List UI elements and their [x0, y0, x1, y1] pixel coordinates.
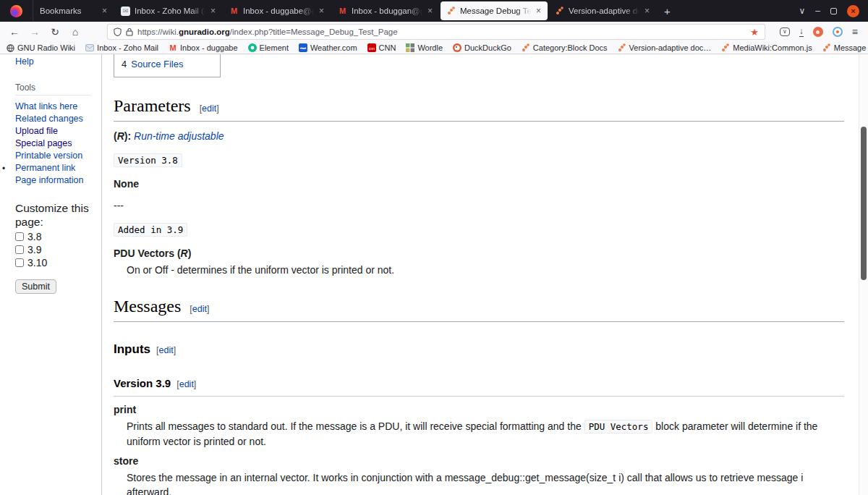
- gnuradio-icon: [822, 43, 831, 52]
- heading-text: Version 3.9: [114, 377, 171, 389]
- tab-bookmarks[interactable]: Bookmarks ×: [34, 1, 114, 20]
- edit-link[interactable]: edit: [192, 304, 207, 314]
- gnuradio-icon: [446, 7, 456, 16]
- list-all-tabs-icon[interactable]: ∨: [799, 6, 806, 16]
- tab-close-icon[interactable]: ×: [318, 6, 325, 16]
- hamburger-menu-icon[interactable]: ≡: [852, 26, 858, 38]
- bookmark-duckduckgo[interactable]: DuckDuckGo: [453, 43, 511, 52]
- scrollbar-thumb[interactable]: [861, 127, 867, 280]
- added-in-3-9-code: Added in 3.9: [114, 222, 844, 237]
- bookmark-wordle[interactable]: Wordle: [406, 43, 443, 52]
- tab-gmail-duggabe[interactable]: M Inbox - duggabe@gmail.c ×: [224, 1, 331, 20]
- tab-title: Version-adaptive docume: [569, 7, 639, 15]
- downloads-icon[interactable]: ↓: [799, 27, 804, 37]
- bookmark-label: GNU Radio Wiki: [17, 43, 75, 52]
- forward-icon[interactable]: →: [26, 27, 43, 37]
- back-icon[interactable]: ←: [6, 27, 23, 37]
- bookmark-message-debug-test[interactable]: Message Debug Test …: [822, 43, 868, 52]
- tab-close-icon[interactable]: ×: [210, 6, 216, 16]
- bookmark-weather[interactable]: Weather.com: [299, 43, 357, 52]
- sidebar-item-what-links-here[interactable]: What links here: [15, 101, 101, 111]
- tab-close-icon[interactable]: ×: [535, 6, 542, 16]
- bookmark-label: Inbox - duggabe: [180, 43, 238, 52]
- tab-title: Message Debug Test Pag: [460, 7, 531, 15]
- bookmark-label: Element: [260, 43, 289, 52]
- bookmarks-toolbar: GNU Radio Wiki Inbox - Zoho Mail M Inbox…: [0, 42, 868, 54]
- extension-badge-icon[interactable]: ∨: [780, 28, 790, 36]
- checkbox-3-8[interactable]: [15, 232, 24, 241]
- zoho-mail-icon: ✉: [121, 7, 130, 16]
- extension-duck-icon[interactable]: [833, 27, 843, 37]
- submit-button[interactable]: Submit: [15, 279, 56, 294]
- gnuradio-icon: [618, 43, 626, 52]
- sidebar-item-page-information[interactable]: Page information: [15, 175, 101, 185]
- checkbox-3-9[interactable]: [15, 245, 24, 254]
- tab-version-adaptive[interactable]: Version-adaptive docume ×: [549, 1, 656, 20]
- sidebar-item-help[interactable]: Help: [15, 56, 101, 67]
- tracking-shield-icon[interactable]: [114, 28, 122, 36]
- bookmark-zoho-mail[interactable]: Inbox - Zoho Mail: [85, 43, 158, 52]
- bookmark-element[interactable]: Element: [248, 43, 289, 52]
- page-scrollbar[interactable]: [859, 54, 868, 495]
- extension-orange-icon[interactable]: [813, 27, 823, 37]
- lock-icon[interactable]: [126, 28, 133, 36]
- edit-link[interactable]: edit: [202, 103, 216, 114]
- window-controls: ∨ – ×: [799, 5, 868, 17]
- bookmark-label: Version-adaptive doc…: [629, 43, 712, 52]
- bookmark-label: Weather.com: [310, 43, 357, 52]
- tab-title: Inbox - bduggan@gnurad: [352, 7, 422, 15]
- bookmark-label: Inbox - Zoho Mail: [97, 43, 158, 52]
- edit-section: [edit]: [190, 304, 209, 314]
- checkbox-label: 3.9: [27, 244, 41, 255]
- bookmark-label: Wordle: [417, 43, 443, 52]
- pdu-vectors-def: On or Off - determines if the uniform ve…: [127, 263, 844, 277]
- reload-icon[interactable]: ↻: [46, 27, 64, 37]
- toc-link-source-files[interactable]: Source Files: [131, 59, 183, 69]
- firefox-menu-button[interactable]: [0, 0, 33, 22]
- address-bar[interactable]: https://wiki.gnuradio.org/index.php?titl…: [107, 24, 765, 40]
- pdu-vectors-term: PDU Vectors (R): [114, 246, 844, 261]
- tab-close-icon[interactable]: ×: [427, 6, 433, 16]
- sidebar-item-permanent-link[interactable]: Permanent link: [15, 163, 101, 173]
- svg-text:cnn: cnn: [369, 46, 375, 51]
- version-checkbox-row: 3.10: [15, 257, 101, 268]
- messages-heading: Messages[edit]: [114, 294, 844, 322]
- sidebar-item-special-pages[interactable]: Special pages: [15, 138, 101, 148]
- cnn-icon: cnn: [367, 43, 376, 52]
- tab-close-icon[interactable]: ×: [101, 6, 108, 16]
- tab-message-debug-active[interactable]: Message Debug Test Pag ×: [441, 1, 548, 20]
- tab-title: Inbox - duggabe@gmail.c: [243, 7, 314, 15]
- edit-link[interactable]: edit: [158, 345, 173, 355]
- bookmark-gnu-radio-wiki[interactable]: GNU Radio Wiki: [6, 43, 75, 52]
- print-term: print: [114, 402, 844, 417]
- runtime-legend: (R): Run-time adjustable: [114, 129, 844, 143]
- bookmark-star-icon[interactable]: ★: [750, 27, 759, 38]
- sidebar-item-related-changes[interactable]: Related changes: [15, 114, 101, 124]
- gnuradio-icon: [522, 43, 530, 52]
- toolbar-extension-icons: ∨ ↓ ≡: [775, 26, 862, 38]
- close-window-icon[interactable]: ×: [847, 5, 859, 17]
- sidebar-item-upload-file[interactable]: Upload file: [15, 126, 101, 136]
- parameters-heading: Parameters[edit]: [114, 93, 844, 122]
- tab-gmail-bduggan[interactable]: M Inbox - bduggan@gnurad ×: [332, 1, 439, 20]
- bookmark-version-adaptive[interactable]: Version-adaptive doc…: [618, 43, 712, 52]
- bookmark-mediawiki-common-js[interactable]: MediaWiki:Common.js: [721, 43, 812, 52]
- restore-window-icon[interactable]: [830, 8, 837, 14]
- bookmark-category-block-docs[interactable]: Category:Block Docs: [522, 43, 608, 52]
- edit-link[interactable]: edit: [179, 379, 194, 389]
- runtime-adjustable-link[interactable]: Run-time adjustable: [134, 130, 224, 142]
- bookmark-cnn[interactable]: cnn CNN: [367, 43, 396, 52]
- duckduckgo-icon: [453, 43, 461, 52]
- firefox-icon: [10, 5, 22, 17]
- minimize-icon[interactable]: –: [815, 6, 820, 16]
- tab-zoho-mail[interactable]: ✉ Inbox - Zoho Mail (barry@ ×: [115, 1, 222, 20]
- gmail-icon: M: [229, 7, 239, 16]
- bookmark-gmail-duggabe[interactable]: M Inbox - duggabe: [169, 43, 238, 52]
- tab-close-icon[interactable]: ×: [644, 6, 650, 16]
- sidebar-item-printable-version[interactable]: Printable version: [15, 151, 101, 161]
- heading-text: Parameters: [114, 96, 191, 115]
- checkbox-3-10[interactable]: [15, 258, 24, 267]
- home-icon[interactable]: ⌂: [67, 27, 84, 37]
- wiki-sidebar: Help Tools What links here Related chang…: [0, 54, 101, 495]
- new-tab-button[interactable]: +: [657, 5, 678, 17]
